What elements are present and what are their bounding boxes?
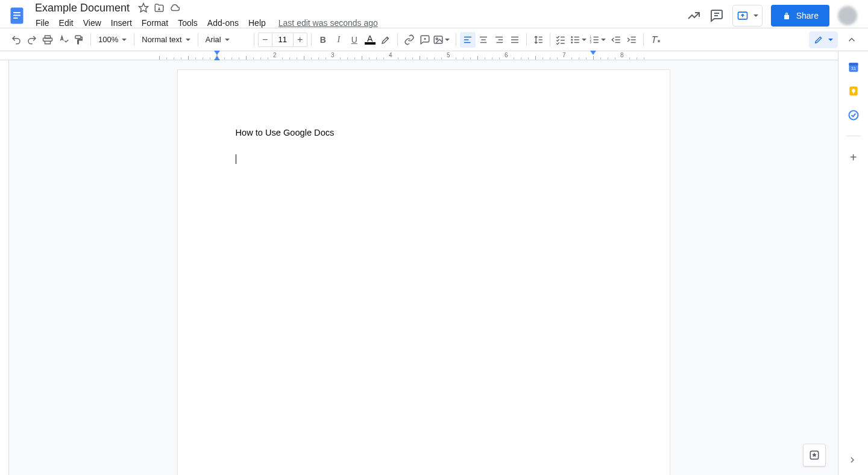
zoom-dropdown[interactable]: 100% <box>95 32 130 48</box>
toolbar: 100% Normal text Arial − + B I U A 123 <box>0 28 868 51</box>
insert-link-button[interactable] <box>401 32 417 48</box>
print-button[interactable] <box>40 32 55 48</box>
spellcheck-button[interactable] <box>55 32 71 48</box>
share-label: Share <box>796 11 819 20</box>
font-size-increase[interactable]: + <box>293 33 307 47</box>
redo-button[interactable] <box>24 32 40 48</box>
svg-rect-10 <box>75 36 81 39</box>
text-cursor <box>236 154 236 164</box>
font-size-input[interactable] <box>272 33 293 47</box>
svg-rect-2 <box>13 15 20 16</box>
document-line[interactable]: How to Use Google Docs <box>236 128 612 137</box>
checklist-button[interactable] <box>554 32 570 48</box>
numbered-list-button[interactable]: 123 <box>589 32 608 48</box>
font-value: Arial <box>206 35 221 44</box>
menu-help[interactable]: Help <box>244 16 270 30</box>
cloud-status-icon[interactable] <box>169 2 180 13</box>
clear-formatting-button[interactable] <box>647 32 663 48</box>
menu-insert[interactable]: Insert <box>107 16 136 30</box>
align-justify-button[interactable] <box>507 32 523 48</box>
zoom-value: 100% <box>98 35 118 44</box>
styles-dropdown[interactable]: Normal text <box>138 32 193 48</box>
bold-button[interactable]: B <box>315 32 331 48</box>
svg-text:3: 3 <box>590 41 591 44</box>
comments-icon[interactable] <box>709 8 724 23</box>
text-color-button[interactable]: A <box>362 32 378 48</box>
paint-format-button[interactable] <box>71 32 87 48</box>
star-icon[interactable] <box>138 2 149 13</box>
editing-mode-button[interactable] <box>809 31 838 48</box>
svg-rect-13 <box>434 36 442 43</box>
document-page[interactable]: How to Use Google Docs <box>178 70 670 475</box>
explore-button[interactable] <box>803 444 826 467</box>
font-dropdown[interactable]: Arial <box>202 32 250 48</box>
docs-logo-icon[interactable] <box>5 4 29 28</box>
menu-file[interactable]: File <box>31 16 54 30</box>
bulleted-list-button[interactable] <box>570 32 589 48</box>
collapse-toolbar-button[interactable] <box>844 32 860 48</box>
horizontal-ruler[interactable]: 12345678 <box>0 51 838 60</box>
svg-rect-3 <box>13 17 18 19</box>
svg-point-55 <box>852 89 855 92</box>
svg-point-33 <box>571 36 573 37</box>
vertical-ruler[interactable] <box>0 60 9 475</box>
left-indent-marker[interactable] <box>214 56 220 60</box>
present-button[interactable] <box>732 5 763 27</box>
svg-rect-52 <box>849 63 858 65</box>
keep-addon-icon[interactable] <box>848 85 860 97</box>
svg-rect-1 <box>13 12 20 13</box>
side-panel: 31 + <box>838 51 868 475</box>
svg-text:31: 31 <box>851 66 855 71</box>
svg-rect-9 <box>45 41 51 44</box>
svg-point-37 <box>571 42 573 43</box>
account-avatar[interactable] <box>838 6 857 25</box>
align-right-button[interactable] <box>491 32 507 48</box>
styles-value: Normal text <box>142 35 181 44</box>
last-edit-link[interactable]: Last edit was seconds ago <box>278 18 378 28</box>
calendar-addon-icon[interactable]: 31 <box>848 61 860 73</box>
underline-button[interactable]: U <box>347 32 362 48</box>
align-left-button[interactable] <box>460 32 476 48</box>
get-addons-button[interactable]: + <box>850 151 857 165</box>
menu-format[interactable]: Format <box>137 16 172 30</box>
indent-increase-button[interactable] <box>624 32 640 48</box>
menu-addons[interactable]: Add-ons <box>203 16 243 30</box>
align-center-button[interactable] <box>476 32 491 48</box>
insert-image-button[interactable] <box>433 32 452 48</box>
line-spacing-button[interactable] <box>530 32 546 48</box>
menu-tools[interactable]: Tools <box>174 16 202 30</box>
insert-comment-button[interactable] <box>417 32 433 48</box>
first-line-indent-marker[interactable] <box>214 51 220 55</box>
italic-button[interactable]: I <box>331 32 347 48</box>
document-canvas[interactable]: How to Use Google Docs <box>9 60 838 475</box>
svg-marker-4 <box>139 4 148 12</box>
share-button[interactable]: Share <box>771 5 829 27</box>
right-indent-marker[interactable] <box>590 51 596 55</box>
undo-button[interactable] <box>8 32 24 48</box>
activity-icon[interactable] <box>687 8 701 23</box>
svg-point-35 <box>571 39 573 40</box>
font-size-decrease[interactable]: − <box>258 33 272 47</box>
menu-edit[interactable]: Edit <box>55 16 78 30</box>
highlight-button[interactable] <box>378 32 394 48</box>
move-icon[interactable] <box>154 2 165 13</box>
svg-rect-56 <box>853 92 854 94</box>
tasks-addon-icon[interactable] <box>848 109 860 121</box>
hide-side-panel-button[interactable] <box>848 455 857 467</box>
document-title[interactable]: Example Document <box>31 1 133 16</box>
svg-point-14 <box>436 38 438 40</box>
indent-decrease-button[interactable] <box>608 32 624 48</box>
menu-view[interactable]: View <box>79 16 105 30</box>
